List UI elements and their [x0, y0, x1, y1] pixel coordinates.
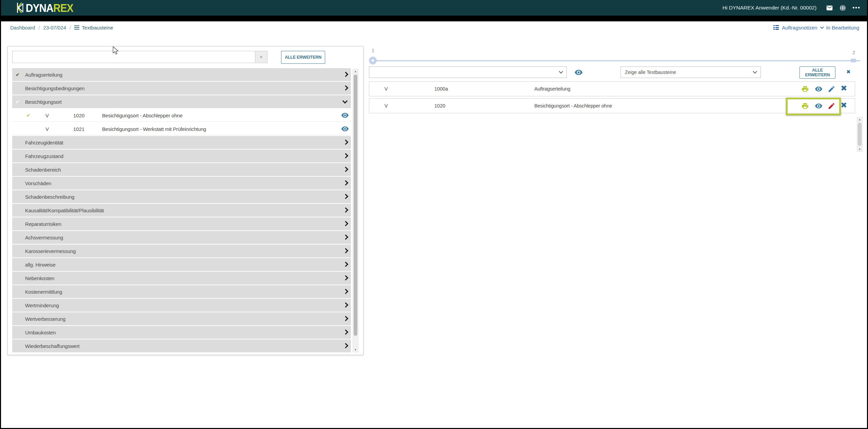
- category-row-besichtigungsort[interactable]: ✔ Besichtigungsort: [12, 95, 351, 108]
- chevron-right-icon[interactable]: [343, 330, 349, 335]
- breadcrumb-order[interactable]: 23-07/024: [43, 25, 66, 31]
- breadcrumb-bar: Dashboard / 23-07/024 / Textbausteine Au…: [0, 21, 868, 34]
- print-icon[interactable]: [801, 102, 809, 110]
- breadcrumb-dashboard[interactable]: Dashboard: [10, 25, 35, 31]
- order-notes-link[interactable]: Auftragsnotizen: [782, 25, 817, 31]
- category-row-nebenkosten[interactable]: Nebenkosten: [12, 272, 351, 285]
- category-row-wertminderung[interactable]: Wertminderung: [12, 299, 351, 312]
- category-row-auftragserteilung[interactable]: ✔ Auftragserteilung: [12, 68, 351, 81]
- expand-all-button-right[interactable]: ALLE ERWEITERN: [800, 66, 835, 79]
- print-icon[interactable]: [801, 85, 809, 93]
- chevron-down-icon[interactable]: [820, 25, 824, 29]
- scroll-down-icon[interactable]: ▼: [857, 148, 862, 151]
- breadcrumb: Dashboard / 23-07/024 / Textbausteine: [10, 25, 113, 31]
- search-clear-button[interactable]: ×: [255, 51, 268, 63]
- scroll-up-icon[interactable]: ▲: [353, 70, 358, 73]
- category-row-karosserievermessung[interactable]: Karosserievermessung: [12, 245, 351, 257]
- breadcrumb-separator: /: [38, 25, 40, 31]
- eye-icon[interactable]: [574, 68, 583, 77]
- category-row-reparaturrisiken[interactable]: Reparaturrisiken: [12, 217, 351, 230]
- scrollbar-thumb[interactable]: [354, 75, 357, 336]
- top-bar: DYNAREX Hi DYNAREX Anwender (Kd.-Nr. 000…: [0, 0, 868, 16]
- eye-icon[interactable]: [815, 102, 823, 110]
- list-icon: [74, 25, 79, 30]
- expand-all-button-left[interactable]: ALLE ERWEITERN: [281, 51, 325, 64]
- edit-pencil-icon[interactable]: [828, 85, 835, 93]
- chevron-right-icon[interactable]: [343, 153, 349, 159]
- category-row-wertverbesserung[interactable]: Wertverbesserung: [12, 312, 351, 325]
- chevron-right-icon[interactable]: [343, 316, 349, 321]
- remove-icon[interactable]: ✖: [841, 101, 847, 110]
- category-row-vorschaeden[interactable]: Vorschäden: [12, 177, 351, 190]
- eye-icon[interactable]: [341, 111, 349, 119]
- category-row-fahrzeugzustand[interactable]: Fahrzeugzustand: [12, 150, 351, 162]
- category-row-besichtigungsbedingungen[interactable]: Besichtigungsbedingungen: [12, 82, 351, 95]
- notes-grid-icon[interactable]: [773, 25, 779, 30]
- slider-end-label: 2: [852, 50, 855, 55]
- textbaustein-row-1020[interactable]: ✔ V 1020 Besichtigungsort - Abschlepper …: [12, 109, 351, 122]
- page-slider-track[interactable]: [372, 60, 861, 61]
- search-input[interactable]: [12, 51, 255, 63]
- scroll-down-icon[interactable]: ▼: [353, 348, 358, 351]
- status-dropdown[interactable]: In Bearbeitung: [826, 25, 859, 31]
- globe-icon[interactable]: [839, 4, 846, 12]
- eye-icon[interactable]: [815, 85, 823, 93]
- check-icon: ✔: [26, 113, 31, 118]
- remove-icon[interactable]: ✖: [841, 84, 847, 93]
- show-mode-select[interactable]: Zeige alle Textbausteine: [620, 66, 761, 78]
- textbaustein-row-1021[interactable]: V 1021 Besichtigungsort - Werkstatt mit …: [12, 122, 351, 135]
- category-row-allg-hinweise[interactable]: allg. Hinweise: [12, 258, 351, 271]
- logo-text: DYNAREX: [26, 1, 73, 15]
- category-row-schadenbereich[interactable]: Schadenbereich: [12, 163, 351, 176]
- chevron-down-icon: [559, 69, 563, 74]
- page-slider-handle[interactable]: [369, 57, 377, 64]
- right-toolbar: Zeige alle Textbausteine ALLE ERWEITERN …: [369, 66, 865, 80]
- chevron-right-icon[interactable]: [343, 167, 349, 172]
- table-scrollbar[interactable]: ▲ ▼: [857, 117, 863, 152]
- chevron-down-icon: [753, 69, 757, 74]
- slider-start-label: 1: [372, 47, 374, 53]
- chevron-right-icon[interactable]: [343, 140, 349, 145]
- chevron-right-icon[interactable]: [343, 248, 349, 254]
- chevron-right-icon[interactable]: [343, 221, 349, 227]
- logo-icon: [15, 2, 24, 14]
- category-list: ✔ Auftragserteilung Besichtigungsbedingu…: [12, 68, 358, 353]
- chevron-right-icon[interactable]: [343, 208, 349, 213]
- category-row-kostenermittlung[interactable]: Kostenermittlung: [12, 285, 351, 298]
- selected-textbausteine-table: V 1000a Auftragserteilung ✖ V 1020 Besic…: [369, 81, 865, 125]
- chevron-right-icon[interactable]: [343, 303, 349, 308]
- category-row-fahrzeugidentitaet[interactable]: Fahrzeugidentität: [12, 136, 351, 149]
- breadcrumb-textbausteine[interactable]: Textbausteine: [74, 25, 113, 31]
- close-icon[interactable]: ✖: [846, 69, 851, 75]
- filter-select[interactable]: [369, 66, 567, 78]
- scrollbar-thumb[interactable]: [858, 123, 862, 146]
- left-list-scrollbar[interactable]: ▲ ▼: [353, 69, 358, 352]
- edit-pencil-icon[interactable]: [828, 102, 835, 110]
- check-icon: ✔: [16, 72, 20, 77]
- user-greeting: Hi DYNAREX Anwender (Kd.-Nr. 00002): [723, 5, 816, 11]
- chevron-right-icon[interactable]: [343, 289, 349, 294]
- header-divider: [0, 16, 868, 21]
- eye-icon[interactable]: [341, 125, 349, 133]
- breadcrumb-separator: /: [70, 25, 71, 31]
- mail-icon[interactable]: [826, 4, 833, 12]
- category-row-umbaukosten[interactable]: Umbaukosten: [12, 326, 351, 339]
- chevron-down-icon[interactable]: [342, 98, 348, 104]
- chevron-right-icon[interactable]: [343, 235, 349, 240]
- table-row-1020[interactable]: V 1020 Besichtigungsort - Abschlepper oh…: [369, 98, 855, 113]
- category-row-kausalitaet[interactable]: Kausalität/Kompatibilität/Plausibilität: [12, 204, 351, 217]
- category-row-wiederbeschaffungswert[interactable]: Wiederbeschaffungswert: [12, 339, 351, 352]
- chevron-right-icon[interactable]: [343, 85, 349, 91]
- scroll-up-icon[interactable]: ▲: [857, 118, 862, 121]
- chevron-right-icon[interactable]: [343, 180, 349, 186]
- category-row-schadenbeschreibung[interactable]: Schadenbeschreibung: [12, 190, 351, 203]
- page-slider-end-mark[interactable]: [851, 59, 856, 62]
- chevron-right-icon[interactable]: [343, 194, 349, 199]
- chevron-right-icon[interactable]: [343, 275, 349, 281]
- more-icon[interactable]: •••: [852, 6, 861, 9]
- table-row-1000a[interactable]: V 1000a Auftragserteilung ✖: [369, 81, 855, 96]
- chevron-right-icon[interactable]: [343, 262, 349, 267]
- chevron-right-icon[interactable]: [343, 72, 349, 77]
- chevron-right-icon[interactable]: [343, 343, 349, 349]
- category-row-achsvermessung[interactable]: Achsvermessung: [12, 231, 351, 244]
